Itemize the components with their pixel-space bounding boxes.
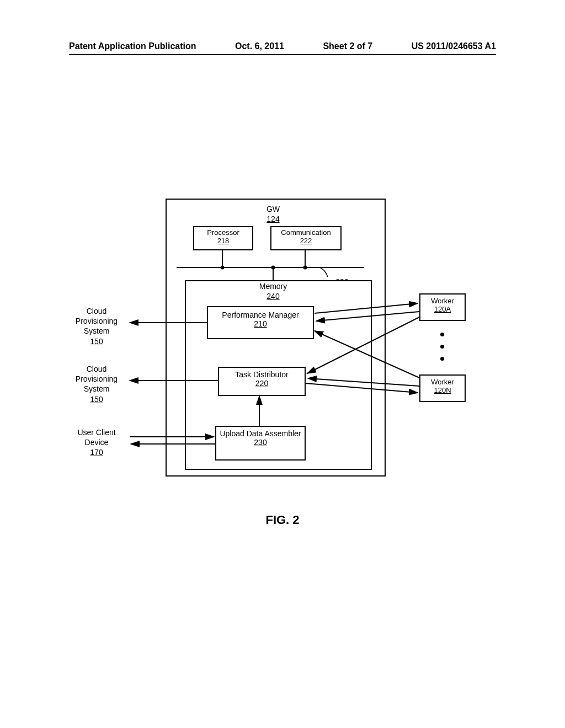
cloud-system-2: Cloud Provisioning System 150 — [66, 364, 127, 404]
header-rule — [69, 54, 496, 55]
page-header: Patent Application Publication Oct. 6, 2… — [69, 41, 496, 51]
performance-manager-box: Performance Manager 210 — [207, 306, 314, 339]
pub-type: Patent Application Publication — [69, 41, 196, 51]
worker-n-box: Worker 120N — [419, 374, 466, 402]
gw-label: GW 124 — [237, 204, 309, 224]
pub-date: Oct. 6, 2011 — [235, 41, 284, 51]
diagram: GW 124 Processor 218 Communication 222 2… — [66, 199, 502, 485]
task-distributor-box: Task Distributor 220 — [218, 367, 306, 396]
communication-box: Communication 222 — [270, 226, 342, 250]
ellipsis-dot — [440, 357, 444, 361]
user-client: User Client Device 170 — [66, 427, 127, 458]
upload-assembler-box: Upload Data Assembler 230 — [215, 426, 306, 461]
cloud-system-1: Cloud Provisioning System 150 — [66, 306, 127, 346]
pub-number: US 2011/0246653 A1 — [412, 41, 496, 51]
figure-label: FIG. 2 — [0, 513, 565, 527]
ellipsis-dot — [440, 345, 444, 349]
memory-label: Memory 240 — [229, 281, 317, 301]
worker-a-box: Worker 120A — [419, 293, 466, 321]
processor-box: Processor 218 — [193, 226, 253, 250]
sheet-info: Sheet 2 of 7 — [323, 41, 372, 51]
ellipsis-dot — [440, 333, 444, 336]
